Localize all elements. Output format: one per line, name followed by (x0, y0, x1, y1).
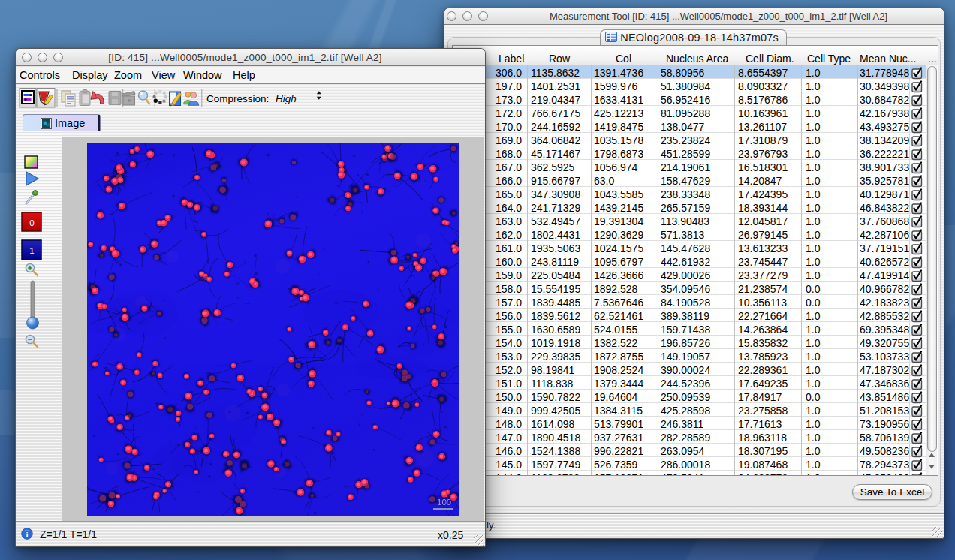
svg-text:1: 1 (29, 246, 34, 255)
svg-text:High: High (276, 93, 297, 104)
svg-text:i: i (26, 529, 28, 538)
svg-text:Compression:: Compression: (206, 93, 269, 104)
svg-text:0: 0 (29, 218, 34, 227)
svg-text:100: 100 (437, 498, 451, 507)
